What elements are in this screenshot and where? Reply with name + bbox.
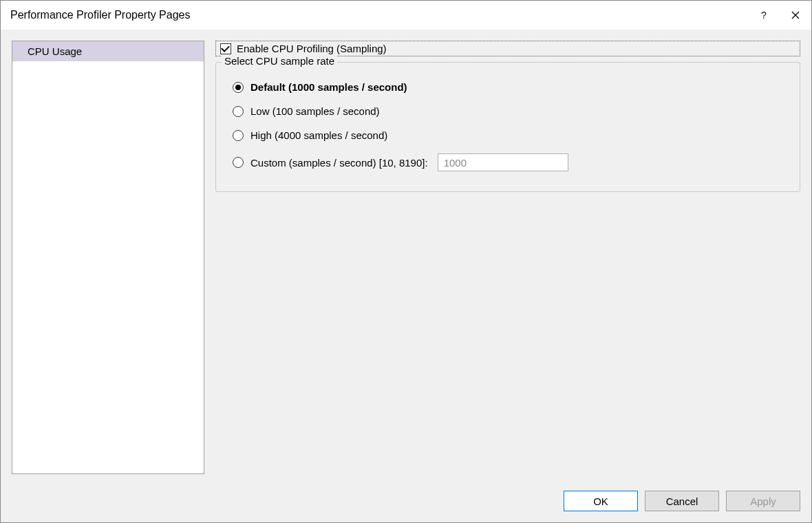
- enable-cpu-profiling-label: Enable CPU Profiling (Sampling): [237, 43, 387, 54]
- radio-label-default: Default (1000 samples / second): [250, 81, 407, 93]
- titlebar: Performance Profiler Property Pages ?: [1, 1, 811, 30]
- cancel-button[interactable]: Cancel: [645, 491, 719, 511]
- radio-label-low: Low (100 samples / second): [250, 105, 380, 117]
- sidebar-item-cpu-usage[interactable]: CPU Usage: [12, 41, 204, 61]
- radio-row-default[interactable]: Default (1000 samples / second): [230, 75, 786, 99]
- close-icon: [791, 11, 800, 19]
- apply-button-label: Apply: [750, 495, 776, 507]
- radio-label-custom: Custom (samples / second) [10, 8190]:: [250, 157, 428, 169]
- sidebar-item-label: CPU Usage: [28, 45, 82, 57]
- window-title: Performance Profiler Property Pages: [10, 9, 748, 21]
- help-icon: ?: [761, 10, 767, 21]
- sample-rate-legend: Select CPU sample rate: [222, 55, 337, 67]
- radio-row-high[interactable]: High (4000 samples / second): [230, 123, 786, 147]
- radio-row-custom[interactable]: Custom (samples / second) [10, 8190]:: [230, 147, 786, 178]
- sample-rate-group: Select CPU sample rate Default (1000 sam…: [215, 62, 800, 192]
- radio-label-high: High (4000 samples / second): [250, 129, 387, 141]
- apply-button[interactable]: Apply: [726, 491, 800, 511]
- button-bar: OK Cancel Apply: [1, 485, 811, 522]
- cancel-button-label: Cancel: [666, 495, 698, 507]
- radio-high[interactable]: [233, 130, 244, 141]
- category-sidebar: CPU Usage: [12, 41, 204, 474]
- enable-cpu-profiling-row[interactable]: Enable CPU Profiling (Sampling): [215, 41, 800, 56]
- main-panel: Enable CPU Profiling (Sampling) Select C…: [215, 41, 800, 474]
- content-area: CPU Usage Enable CPU Profiling (Sampling…: [1, 30, 811, 485]
- radio-custom[interactable]: [233, 157, 244, 168]
- help-button[interactable]: ?: [748, 1, 780, 30]
- radio-low[interactable]: [233, 106, 244, 117]
- radio-default[interactable]: [233, 82, 244, 93]
- radio-row-low[interactable]: Low (100 samples / second): [230, 99, 786, 123]
- custom-sample-rate-input[interactable]: [438, 153, 568, 171]
- ok-button[interactable]: OK: [564, 491, 638, 511]
- close-button[interactable]: [780, 1, 811, 30]
- ok-button-label: OK: [593, 495, 608, 507]
- enable-cpu-profiling-checkbox[interactable]: [220, 43, 231, 54]
- dialog-window: Performance Profiler Property Pages ? CP…: [0, 0, 812, 523]
